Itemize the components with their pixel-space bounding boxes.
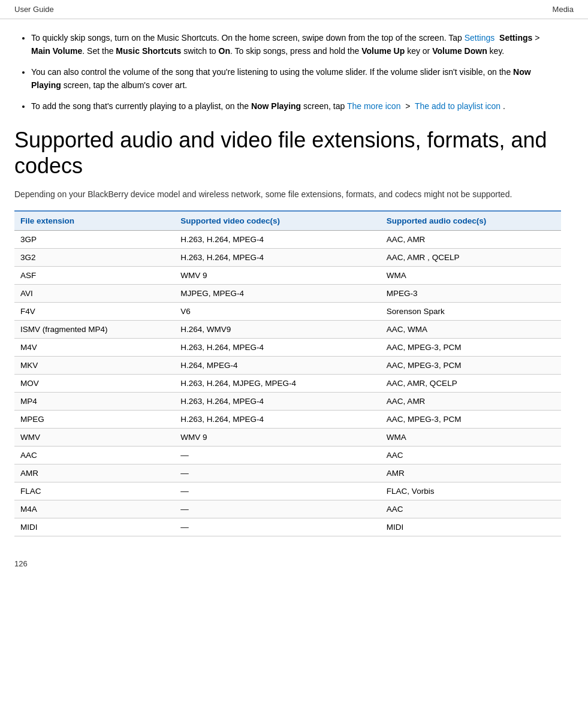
table-cell-col-0: MIDI [14, 518, 174, 536]
table-cell-col-1: H.264, MPEG-4 [174, 357, 381, 375]
bullet-item-2: You can also control the volume of the s… [31, 65, 561, 92]
table-cell-col-2: WMA [381, 267, 561, 285]
table-cell-col-1: V6 [174, 303, 381, 321]
table-cell-col-0: ASF [14, 267, 174, 285]
table-cell-col-0: AAC [14, 447, 174, 464]
main-volume-bold: Main Volume [31, 46, 82, 56]
table-cell-col-1: MJPEG, MPEG-4 [174, 285, 381, 303]
table-row: MKVH.264, MPEG-4AAC, MPEG-3, PCM [14, 357, 561, 375]
table-cell-col-1: H.263, H.264, MJPEG, MPEG-4 [174, 375, 381, 393]
table-cell-col-2: AAC, AMR, QCELP [381, 375, 561, 393]
table-cell-col-0: MKV [14, 357, 174, 375]
table-cell-col-1: — [174, 518, 381, 536]
table-cell-col-0: M4V [14, 339, 174, 357]
settings-highlight-1: Settings [465, 33, 495, 43]
bullet-section: To quickly skip songs, turn on the Music… [14, 31, 561, 113]
page-number: 126 [14, 559, 28, 568]
table-cell-col-1: H.263, H.264, MPEG-4 [174, 249, 381, 267]
on-bold: On [219, 46, 230, 56]
table-row: ASFWMV 9WMA [14, 267, 561, 285]
table-cell-col-0: FLAC [14, 482, 174, 500]
volume-down-bold: Volume Down [432, 46, 487, 56]
table-cell-col-2: AAC, MPEG-3, PCM [381, 357, 561, 375]
table-cell-col-1: — [174, 482, 381, 500]
now-playing-bold-1: Now Playing [31, 67, 531, 90]
bullet-item-1: To quickly skip songs, turn on the Music… [31, 31, 561, 58]
bullet-item-3: To add the song that's currently playing… [31, 99, 561, 113]
table-cell-col-1: H.263, H.264, MPEG-4 [174, 393, 381, 411]
table-cell-col-0: 3GP [14, 231, 174, 249]
table-cell-col-0: MP4 [14, 393, 174, 411]
table-header: File extension Supported video codec(s) … [14, 211, 561, 231]
table-cell-col-2: AAC [381, 500, 561, 518]
table-cell-col-0: MPEG [14, 411, 174, 429]
now-playing-bold-2: Now Playing [251, 101, 301, 111]
table-row: AMR—AMR [14, 464, 561, 482]
table-cell-col-2: AMR [381, 464, 561, 482]
table-cell-col-1: — [174, 500, 381, 518]
table-header-row: File extension Supported video codec(s) … [14, 211, 561, 231]
table-row: F4VV6Sorenson Spark [14, 303, 561, 321]
music-shortcuts-bold: Music Shortcuts [116, 46, 181, 56]
table-row: ISMV (fragmented MP4)H.264, WMV9AAC, WMA [14, 321, 561, 339]
more-icon-highlight: The more icon [347, 101, 400, 111]
page-footer: 126 [0, 554, 588, 573]
table-row: M4A—AAC [14, 500, 561, 518]
table-row: MOVH.263, H.264, MJPEG, MPEG-4AAC, AMR, … [14, 375, 561, 393]
table-cell-col-0: WMV [14, 429, 174, 447]
section-title: Supported audio and video file extension… [14, 127, 561, 179]
table-cell-col-1: WMV 9 [174, 429, 381, 447]
table-row: FLAC—FLAC, Vorbis [14, 482, 561, 500]
table-row: 3GPH.263, H.264, MPEG-4AAC, AMR [14, 231, 561, 249]
add-to-playlist-highlight: The add to playlist icon [415, 101, 500, 111]
col-header-video-codec: Supported video codec(s) [174, 211, 381, 231]
col-header-audio-codec: Supported audio codec(s) [381, 211, 561, 231]
table-cell-col-1: H.263, H.264, MPEG-4 [174, 411, 381, 429]
table-cell-col-0: AVI [14, 285, 174, 303]
header-left: User Guide [14, 5, 54, 14]
table-cell-col-1: H.264, WMV9 [174, 321, 381, 339]
table-cell-col-2: Sorenson Spark [381, 303, 561, 321]
table-cell-col-0: AMR [14, 464, 174, 482]
table-row: WMVWMV 9WMA [14, 429, 561, 447]
table-cell-col-1: H.263, H.264, MPEG-4 [174, 231, 381, 249]
table-cell-col-2: AAC, AMR [381, 231, 561, 249]
settings-bold: Settings [499, 33, 532, 43]
table-cell-col-0: M4A [14, 500, 174, 518]
table-cell-col-1: H.263, H.264, MPEG-4 [174, 339, 381, 357]
table-cell-col-0: MOV [14, 375, 174, 393]
table-row: MP4H.263, H.264, MPEG-4AAC, AMR [14, 393, 561, 411]
table-cell-col-2: MPEG-3 [381, 285, 561, 303]
volume-up-bold: Volume Up [361, 46, 405, 56]
table-cell-col-1: — [174, 464, 381, 482]
table-row: M4VH.263, H.264, MPEG-4AAC, MPEG-3, PCM [14, 339, 561, 357]
table-cell-col-2: FLAC, Vorbis [381, 482, 561, 500]
table-cell-col-2: AAC, AMR , QCELP [381, 249, 561, 267]
table-cell-col-2: AAC [381, 447, 561, 464]
table-row: AVIMJPEG, MPEG-4MPEG-3 [14, 285, 561, 303]
table-row: MPEGH.263, H.264, MPEG-4AAC, MPEG-3, PCM [14, 411, 561, 429]
table-cell-col-2: WMA [381, 429, 561, 447]
table-body: 3GPH.263, H.264, MPEG-4AAC, AMR3G2H.263,… [14, 231, 561, 536]
table-row: AAC—AAC [14, 447, 561, 464]
section-description: Depending on your BlackBerry device mode… [14, 188, 561, 201]
table-cell-col-0: F4V [14, 303, 174, 321]
table-cell-col-0: ISMV (fragmented MP4) [14, 321, 174, 339]
table-cell-col-2: AAC, WMA [381, 321, 561, 339]
table-cell-col-2: AAC, MPEG-3, PCM [381, 411, 561, 429]
col-header-file-ext: File extension [14, 211, 174, 231]
table-cell-col-2: AAC, MPEG-3, PCM [381, 339, 561, 357]
table-cell-col-2: AAC, AMR [381, 393, 561, 411]
table-row: 3G2H.263, H.264, MPEG-4AAC, AMR , QCELP [14, 249, 561, 267]
table-cell-col-1: WMV 9 [174, 267, 381, 285]
header-right: Media [553, 5, 574, 14]
table-row: MIDI—MIDI [14, 518, 561, 536]
page-header: User Guide Media [0, 0, 588, 19]
table-cell-col-2: MIDI [381, 518, 561, 536]
table-cell-col-1: — [174, 447, 381, 464]
main-bullets-list: To quickly skip songs, turn on the Music… [14, 31, 561, 113]
codec-table: File extension Supported video codec(s) … [14, 210, 561, 536]
table-cell-col-0: 3G2 [14, 249, 174, 267]
